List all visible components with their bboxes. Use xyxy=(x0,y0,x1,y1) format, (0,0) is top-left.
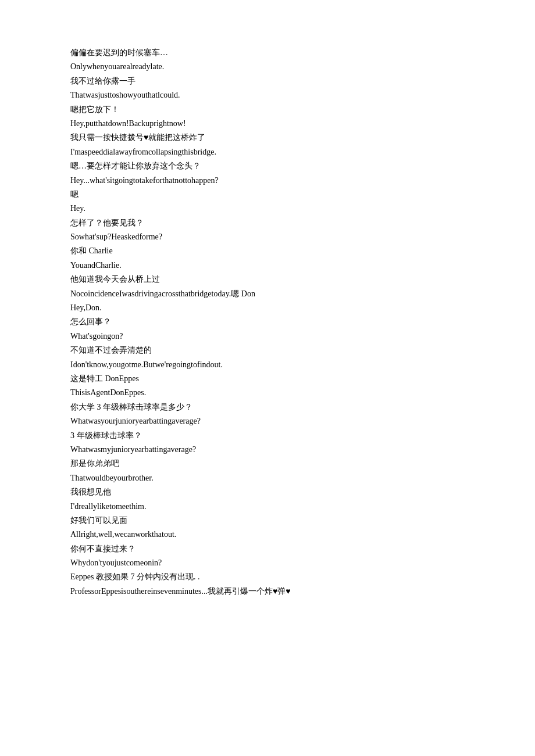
text-line: Hey,putthatdown!Backuprightnow! xyxy=(70,117,465,130)
text-line: Whydon'tyoujustcomeonin? xyxy=(70,557,465,569)
text-line: 你和 Charlie xyxy=(70,245,465,257)
text-line: I'maspeeddialawayfromcollapsingthisbridg… xyxy=(70,146,465,159)
text-line: 我只需一按快捷拨号♥就能把这桥炸了 xyxy=(70,131,465,144)
text-line: Allright,well,wecanworkthatout. xyxy=(70,528,465,541)
text-line: 那是你弟弟吧 xyxy=(70,457,465,470)
text-line: Sowhat'sup?Heaskedforme? xyxy=(70,231,465,243)
text-line: What'sgoingon? xyxy=(70,330,465,343)
text-line: 3 年级棒球击球率？ xyxy=(70,429,465,442)
text-line: Hey. xyxy=(70,202,465,215)
text-line: Hey...what'sitgoingtotakeforthatnottohap… xyxy=(70,174,465,187)
text-line: 不知道不过会弄清楚的 xyxy=(70,344,465,357)
text-line: 嗯把它放下！ xyxy=(70,103,465,116)
text-line: 我很想见他 xyxy=(70,486,465,499)
text-line: Hey,Don. xyxy=(70,302,465,314)
text-line: 好我们可以见面 xyxy=(70,514,465,527)
content-area: 偏偏在要迟到的时候塞车…Onlywhenyouarealreadylate.我不… xyxy=(70,46,465,598)
text-line: NocoincidenceIwasdrivingacrossthatbridge… xyxy=(70,288,465,300)
text-line: Idon'tknow,yougotme.Butwe'regoingtofindo… xyxy=(70,359,465,371)
text-line: 嗯…要怎样才能让你放弃这个念头？ xyxy=(70,160,465,173)
text-line: 你何不直接过来？ xyxy=(70,543,465,556)
text-line: 这是特工 DonEppes xyxy=(70,372,465,385)
text-line: 嗯 xyxy=(70,188,465,201)
text-line: ProfessorEppesisouthereinsevenminutes...… xyxy=(70,585,465,598)
text-line: Onlywhenyouarealreadylate. xyxy=(70,60,465,73)
text-line: Whatwasmyjunioryearbattingaverage? xyxy=(70,443,465,456)
text-line: Thatwasjusttoshowyouthatlcould. xyxy=(70,89,465,102)
text-line: 怎么回事？ xyxy=(70,316,465,328)
text-line: Eeppes 教授如果 7 分钟内没有出现. . xyxy=(70,571,465,583)
text-line: 我不过给你露一手 xyxy=(70,75,465,88)
text-line: 他知道我今天会从桥上过 xyxy=(70,273,465,286)
text-line: Whatwasyourjunioryearbattingaverage? xyxy=(70,415,465,428)
text-line: 你大学 3 年级棒球击球率是多少？ xyxy=(70,401,465,414)
text-line: I'dreallyliketomeethim. xyxy=(70,500,465,513)
text-line: Thatwouldbeyourbrother. xyxy=(70,472,465,485)
text-line: ThisisAgentDonEppes. xyxy=(70,386,465,399)
text-line: 怎样了？他要见我？ xyxy=(70,217,465,230)
text-line: 偏偏在要迟到的时候塞车… xyxy=(70,46,465,59)
text-line: YouandCharlie. xyxy=(70,259,465,272)
